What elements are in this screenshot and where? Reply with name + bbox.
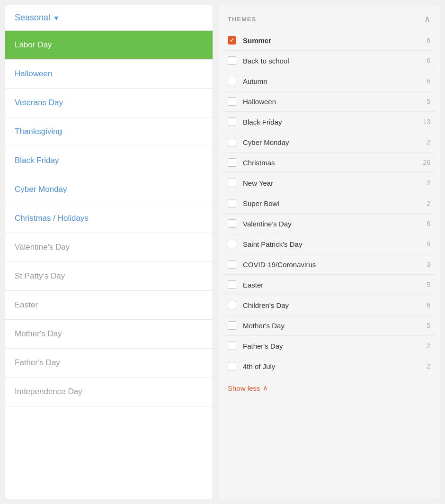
checkbox-new-year[interactable]: [228, 179, 236, 187]
left-item-black-friday[interactable]: Black Friday: [5, 146, 213, 175]
checkbox-christmas[interactable]: [228, 158, 236, 167]
left-item-thanksgiving[interactable]: Thanksgiving: [5, 117, 213, 146]
left-header[interactable]: Seasonal ▼: [5, 5, 213, 31]
theme-count-mothers-day: 5: [419, 322, 430, 329]
theme-item-autumn[interactable]: Autumn6: [223, 71, 435, 91]
theme-count-super-bowl: 2: [419, 199, 430, 207]
theme-count-summer: 6: [419, 36, 430, 44]
theme-item-super-bowl[interactable]: Super Bowl2: [223, 193, 435, 214]
theme-name-saint-patricks-day: Saint Patrick's Day: [243, 240, 419, 248]
theme-count-fathers-day: 2: [419, 342, 430, 350]
show-less-icon: ∧: [263, 384, 268, 392]
theme-item-mothers-day[interactable]: Mother's Day5: [223, 315, 435, 336]
theme-count-halloween: 5: [419, 98, 430, 105]
theme-count-cyber-monday: 2: [419, 138, 430, 146]
left-item-independence-day[interactable]: Independence Day: [5, 378, 213, 406]
theme-item-christmas[interactable]: Christmas26: [223, 153, 435, 173]
theme-count-4th-of-july: 2: [419, 362, 430, 370]
checkbox-super-bowl[interactable]: [228, 199, 236, 207]
theme-item-back-to-school[interactable]: Back to school6: [223, 51, 435, 71]
left-item-cyber-monday[interactable]: Cyber Monday: [5, 175, 213, 204]
left-item-christmas-holidays[interactable]: Christmas / Holidays: [5, 204, 213, 233]
theme-item-easter[interactable]: Easter5: [223, 275, 435, 295]
theme-name-cyber-monday: Cyber Monday: [243, 138, 419, 146]
left-item-easter[interactable]: Easter: [5, 291, 213, 320]
themes-label: THEMES: [228, 16, 256, 23]
theme-name-super-bowl: Super Bowl: [243, 199, 419, 207]
theme-item-4th-of-july[interactable]: 4th of July2: [223, 356, 435, 376]
theme-name-4th-of-july: 4th of July: [243, 362, 419, 370]
checkbox-covid-19[interactable]: [228, 260, 236, 269]
theme-name-fathers-day: Father's Day: [243, 342, 419, 350]
theme-item-halloween[interactable]: Halloween5: [223, 91, 435, 112]
theme-count-new-year: 2: [419, 179, 430, 187]
theme-name-mothers-day: Mother's Day: [243, 322, 419, 330]
theme-name-new-year: New Year: [243, 179, 419, 187]
theme-item-black-friday[interactable]: Black Friday13: [223, 112, 435, 132]
theme-name-covid-19: COVID-19/Coronavirus: [243, 261, 419, 269]
checkbox-valentines-day[interactable]: [228, 219, 236, 228]
theme-name-valentines-day: Valentine's Day: [243, 220, 419, 228]
theme-name-back-to-school: Back to school: [243, 57, 419, 65]
checkbox-fathers-day[interactable]: [228, 342, 236, 350]
themes-header: THEMES ∧: [218, 5, 440, 30]
seasonal-label: Seasonal: [15, 13, 50, 23]
theme-count-childrens-day: 6: [419, 301, 430, 309]
theme-name-christmas: Christmas: [243, 159, 419, 167]
show-less-label: Show less: [228, 384, 260, 392]
theme-count-easter: 5: [419, 281, 430, 288]
theme-name-black-friday: Black Friday: [243, 118, 419, 126]
checkbox-black-friday[interactable]: [228, 117, 236, 126]
checkbox-4th-of-july[interactable]: [228, 362, 236, 370]
theme-item-saint-patricks-day[interactable]: Saint Patrick's Day5: [223, 234, 435, 254]
left-item-veterans-day[interactable]: Veterans Day: [5, 89, 213, 117]
right-panel: THEMES ∧ Summer6Back to school6Autumn6Ha…: [218, 5, 440, 499]
theme-count-autumn: 6: [419, 77, 430, 85]
left-item-st-pattys-day[interactable]: St Patty's Day: [5, 262, 213, 291]
checkbox-cyber-monday[interactable]: [228, 138, 236, 146]
chevron-down-icon: ▼: [53, 14, 60, 22]
checkbox-easter[interactable]: [228, 280, 236, 289]
checkbox-summer[interactable]: [228, 36, 236, 45]
left-panel: Seasonal ▼ Labor DayHalloweenVeterans Da…: [5, 5, 213, 499]
theme-count-valentines-day: 6: [419, 220, 430, 227]
theme-count-covid-19: 3: [419, 261, 430, 268]
theme-name-autumn: Autumn: [243, 77, 419, 85]
collapse-icon[interactable]: ∧: [424, 14, 430, 24]
theme-item-childrens-day[interactable]: Children's Day6: [223, 295, 435, 315]
show-less-button[interactable]: Show less ∧: [218, 376, 440, 400]
left-item-mothers-day[interactable]: Mother's Day: [5, 320, 213, 349]
theme-count-black-friday: 13: [419, 118, 430, 126]
checkbox-mothers-day[interactable]: [228, 321, 236, 330]
theme-item-covid-19[interactable]: COVID-19/Coronavirus3: [223, 254, 435, 275]
theme-item-new-year[interactable]: New Year2: [223, 173, 435, 193]
theme-count-back-to-school: 6: [419, 57, 430, 64]
theme-count-christmas: 26: [419, 159, 430, 166]
left-item-fathers-day[interactable]: Father's Day: [5, 349, 213, 378]
theme-name-easter: Easter: [243, 281, 419, 289]
theme-name-halloween: Halloween: [243, 98, 419, 106]
theme-count-saint-patricks-day: 5: [419, 240, 430, 248]
theme-item-summer[interactable]: Summer6: [223, 30, 435, 51]
checkbox-childrens-day[interactable]: [228, 301, 236, 309]
checkbox-halloween[interactable]: [228, 97, 236, 106]
left-item-halloween[interactable]: Halloween: [5, 60, 213, 89]
theme-item-cyber-monday[interactable]: Cyber Monday2: [223, 132, 435, 153]
theme-item-fathers-day[interactable]: Father's Day2: [223, 336, 435, 356]
left-item-labor-day[interactable]: Labor Day: [5, 31, 213, 60]
checkbox-autumn[interactable]: [228, 77, 236, 85]
theme-name-summer: Summer: [243, 36, 419, 45]
left-items-list: Labor DayHalloweenVeterans DayThanksgivi…: [5, 31, 213, 406]
checkbox-back-to-school[interactable]: [228, 56, 236, 65]
theme-name-childrens-day: Children's Day: [243, 301, 419, 309]
theme-item-valentines-day[interactable]: Valentine's Day6: [223, 214, 435, 234]
checkbox-saint-patricks-day[interactable]: [228, 240, 236, 248]
left-item-valentines-day[interactable]: Valentine's Day: [5, 233, 213, 262]
theme-list: Summer6Back to school6Autumn6Halloween5B…: [218, 30, 440, 376]
